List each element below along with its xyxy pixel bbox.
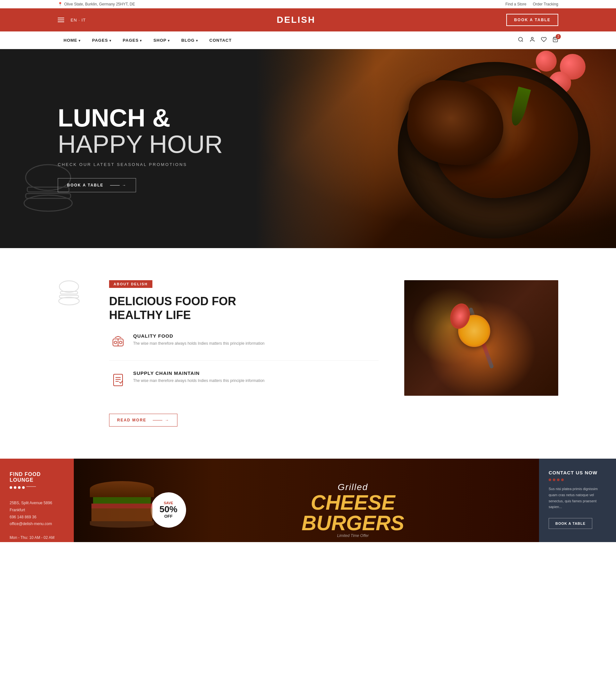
promo-dot-r4 (561, 478, 564, 481)
promo-left-panel: FIND FOOD LOUNGE 25BS, Split Avenue 5896… (0, 459, 74, 542)
promo-left-title: FIND FOOD LOUNGE (10, 471, 64, 483)
food-art-overlay (404, 280, 558, 396)
top-bar-links: Find a Store Order Tracking (505, 2, 558, 6)
about-title-line1: DELICIOUS FOOD FOR (109, 295, 236, 308)
supply-chain-title: SUPPLY CHAIN MAINTAIN (133, 370, 265, 376)
svg-point-7 (24, 195, 72, 211)
contact-book-table-button[interactable]: BOOK A TABLE (548, 518, 592, 529)
nav-label-shop: SHOP (153, 38, 166, 43)
hero-content: LUNCH & HAPPY HOUR CHECK OUR LATEST SEAS… (0, 105, 223, 193)
promo-right-dots (548, 478, 606, 481)
svg-point-8 (59, 281, 79, 293)
language-selector[interactable]: EN · IT (71, 18, 86, 22)
hero-title-line1: LUNCH & (58, 105, 223, 131)
quality-food-description: The wise man therefore always holds Indi… (133, 341, 265, 347)
header: EN · IT DELISH BOOK A TABLE (0, 8, 616, 31)
hero-book-btn-label: BOOK A TABLE (67, 183, 104, 188)
search-icon[interactable] (518, 36, 524, 44)
promo-dot-r1 (548, 478, 551, 481)
nav-item-home[interactable]: HOME (58, 31, 86, 49)
about-feature-quality: QUALITY FOOD The wise man therefore alwa… (109, 333, 379, 361)
promo-dots (10, 486, 64, 493)
quality-food-icon (109, 333, 127, 351)
burger-illustration (90, 481, 154, 539)
hero-title: LUNCH & HAPPY HOUR (58, 105, 223, 157)
nav-item-pages-2[interactable]: PAGES (117, 31, 148, 49)
wishlist-icon[interactable] (541, 36, 547, 44)
about-burger-deco (58, 280, 84, 307)
chevron-down-icon (196, 38, 198, 43)
promo-email: office@delish-menu.com (10, 521, 64, 528)
arrow-icon: → (110, 183, 127, 188)
nav-item-contact[interactable]: CONTACT (204, 31, 238, 49)
about-title-line2: HEALTHY LIFE (109, 309, 191, 322)
read-more-button[interactable]: READ MORE → (109, 414, 177, 427)
nav-item-blog[interactable]: BLOG (175, 31, 204, 49)
pin-icon: 📍 (58, 2, 63, 6)
nav-label-pages-1: PAGES (92, 38, 108, 43)
hero-title-line2: HAPPY HOUR (58, 131, 223, 157)
about-badge: ABOUT DELISH (109, 280, 152, 288)
nav-icons: 2 (518, 36, 558, 44)
promo-address-line1: 25BS, Split Avenue 5896 Frankfurt (10, 500, 64, 514)
promo-dot-4 (22, 486, 25, 489)
promo-section: FIND FOOD LOUNGE 25BS, Split Avenue 5896… (0, 459, 616, 542)
svg-point-11 (59, 297, 79, 305)
promo-right-panel: CONTACT US NOW Sus nisi platea primis di… (539, 459, 616, 542)
promo-dot-3 (18, 486, 20, 489)
about-right-column (404, 280, 558, 396)
promo-hours-weekend: Fri - Sun: 10 AM - 02 AM (10, 542, 64, 542)
promo-text-block: Grilled CHEESEBURGERS Limited Time Offer (186, 482, 520, 538)
about-section: ABOUT DELISH DELICIOUS FOOD FOR HEALTHY … (0, 248, 616, 459)
burger-bg-art (74, 459, 170, 542)
chevron-down-icon (109, 38, 111, 43)
promo-center-panel: SAVE 50% OFF Grilled CHEESEBURGERS Limit… (74, 459, 539, 542)
hero-section: LUNCH & HAPPY HOUR CHECK OUR LATEST SEAS… (0, 49, 616, 248)
promo-divider (26, 486, 36, 487)
nav-label-contact: CONTACT (210, 38, 232, 43)
cart-badge: 2 (556, 34, 561, 39)
quality-food-text: QUALITY FOOD The wise man therefore alwa… (133, 333, 265, 351)
promo-hours-weekday: Mon - Thu: 10 AM - 02 AM (10, 534, 64, 542)
supply-chain-text: SUPPLY CHAIN MAINTAIN The wise man there… (133, 370, 265, 388)
top-bar-address: 📍 Olive State, Burklin, Germany 25HYT, D… (58, 2, 135, 6)
promo-dot-r3 (557, 478, 560, 481)
nav-label-home: HOME (64, 38, 77, 43)
order-tracking-link[interactable]: Order Tracking (533, 2, 558, 6)
burger-side-icon (58, 280, 80, 306)
nav-label-pages-2: PAGES (123, 38, 139, 43)
promo-dot-2 (14, 486, 16, 489)
about-left-column: ABOUT DELISH DELICIOUS FOOD FOR HEALTHY … (109, 280, 379, 427)
hero-subtitle: CHECK OUR LATEST SEASONAL PROMOTIONS (58, 162, 223, 167)
promo-cheeseburgers-text: CHEESEBURGERS (186, 492, 520, 534)
supply-chain-icon (109, 370, 127, 388)
quality-food-title: QUALITY FOOD (133, 333, 265, 339)
header-left: EN · IT (58, 18, 86, 22)
promo-phone: 696 148 869 36 (10, 514, 64, 521)
nav-item-shop[interactable]: SHOP (148, 31, 175, 49)
header-book-table-button[interactable]: BOOK A TABLE (506, 14, 558, 26)
promo-banner: SAVE 50% OFF Grilled CHEESEBURGERS Limit… (74, 459, 539, 542)
svg-line-1 (522, 40, 523, 41)
hero-book-table-button[interactable]: BOOK A TABLE → (58, 178, 136, 192)
arrow-icon: → (153, 418, 169, 422)
read-more-label: READ MORE (117, 418, 146, 422)
promo-limited-text: Limited Time Offer (186, 534, 520, 538)
supply-chain-description: The wise man therefore always holds Indi… (133, 378, 265, 384)
about-feature-supply: SUPPLY CHAIN MAINTAIN The wise man there… (109, 370, 379, 398)
cart-icon[interactable]: 2 (552, 36, 558, 44)
svg-point-0 (518, 37, 522, 41)
promo-right-title: CONTACT US NOW (548, 470, 606, 475)
logo: DELISH (277, 15, 316, 25)
chevron-down-icon (79, 38, 81, 43)
user-icon[interactable] (529, 36, 535, 44)
svg-rect-16 (114, 374, 123, 386)
nav-item-pages-1[interactable]: PAGES (86, 31, 117, 49)
svg-point-13 (114, 341, 117, 344)
address-text: Olive State, Burklin, Germany 25HYT, DE (64, 2, 135, 6)
find-store-link[interactable]: Find a Store (505, 2, 526, 6)
nav-label-blog: BLOG (181, 38, 195, 43)
chevron-down-icon (168, 38, 170, 43)
hamburger-menu[interactable] (58, 18, 64, 22)
svg-point-2 (531, 37, 533, 39)
